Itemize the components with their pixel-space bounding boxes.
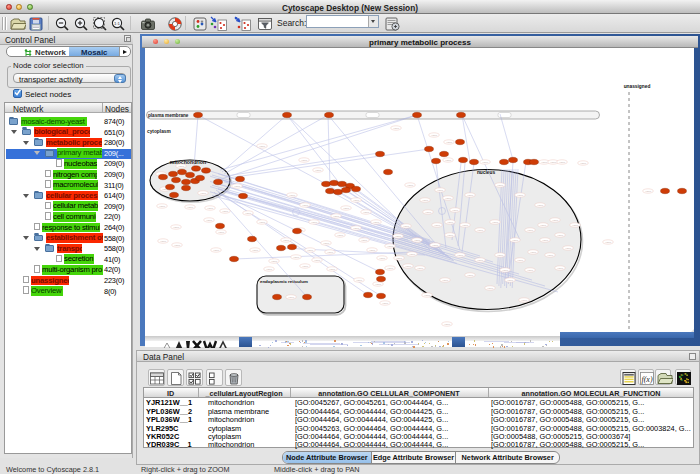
svg-text:Yal00: Yal00 [283, 239, 290, 242]
svg-text:Yal00: Yal00 [174, 244, 181, 247]
svg-text:Yal00: Yal00 [432, 244, 439, 247]
svg-text:Yal00: Yal00 [234, 185, 241, 188]
svg-text:Yal00: Yal00 [333, 215, 340, 218]
svg-text:Yal00: Yal00 [417, 267, 424, 270]
svg-text:nucleus: nucleus [477, 170, 495, 175]
svg-text:Yal00: Yal00 [527, 269, 534, 272]
svg-text:Yal00: Yal00 [457, 254, 464, 257]
svg-text:Yal00: Yal00 [187, 206, 194, 209]
svg-text:Yal00: Yal00 [289, 194, 296, 197]
svg-text:Yal00: Yal00 [288, 296, 295, 299]
svg-text:Yal00: Yal00 [527, 229, 534, 232]
svg-text:Yal00: Yal00 [382, 302, 389, 305]
svg-text:unassigned: unassigned [624, 84, 651, 89]
svg-text:1:1: 1:1 [113, 20, 120, 25]
svg-text:Yal00: Yal00 [565, 247, 572, 250]
svg-text:Yal00: Yal00 [445, 159, 452, 162]
svg-text:Yal00: Yal00 [447, 234, 454, 237]
svg-text:Yal00: Yal00 [542, 239, 549, 242]
svg-text:Yal00: Yal00 [530, 251, 537, 254]
svg-text:Yal00: Yal00 [477, 259, 484, 262]
svg-text:Yal00: Yal00 [482, 161, 489, 164]
svg-text:Yal00: Yal00 [497, 184, 504, 187]
svg-text:Yal00: Yal00 [541, 161, 548, 164]
svg-text:Yal00: Yal00 [547, 254, 554, 257]
svg-text:Yal00: Yal00 [369, 249, 376, 252]
svg-text:Yal00: Yal00 [422, 199, 429, 202]
svg-text:Yal00: Yal00 [645, 190, 652, 193]
svg-text:Yal00: Yal00 [395, 235, 402, 238]
svg-text:endoplasmic reticulum: endoplasmic reticulum [260, 279, 308, 284]
svg-text:mitochondrion: mitochondrion [170, 159, 206, 165]
svg-text:Yal00: Yal00 [477, 229, 484, 232]
svg-text:Yal00: Yal00 [218, 231, 225, 234]
svg-text:Yal00: Yal00 [315, 169, 322, 172]
svg-text:Yal00: Yal00 [302, 265, 309, 268]
svg-text:Yal00: Yal00 [271, 260, 278, 263]
svg-text:Yal00: Yal00 [343, 207, 350, 210]
svg-text:Yal00: Yal00 [329, 268, 336, 271]
svg-text:Yal00: Yal00 [512, 239, 519, 242]
svg-text:Yal00: Yal00 [425, 211, 432, 214]
svg-text:Yal00: Yal00 [424, 294, 431, 297]
svg-text:Yal00: Yal00 [414, 239, 421, 242]
svg-text:Yal00: Yal00 [356, 279, 363, 282]
svg-text:Yal00: Yal00 [379, 257, 386, 260]
svg-text:Yal00: Yal00 [323, 242, 330, 245]
svg-text:Yal00: Yal00 [557, 234, 564, 237]
svg-text:Yal00: Yal00 [403, 225, 410, 228]
svg-text:Yal00: Yal00 [213, 249, 220, 252]
svg-text:Yal00: Yal00 [409, 253, 416, 256]
svg-text:Yal00: Yal00 [396, 257, 403, 260]
svg-text:Yal00: Yal00 [160, 240, 167, 243]
svg-text:Yal00: Yal00 [387, 267, 394, 270]
svg-text:Yal00: Yal00 [467, 194, 474, 197]
svg-text:Yal00: Yal00 [492, 221, 499, 224]
svg-text:Yal00: Yal00 [245, 212, 252, 215]
svg-text:Yal00: Yal00 [437, 189, 444, 192]
svg-text:Yal00: Yal00 [447, 221, 454, 224]
svg-text:Yal00: Yal00 [462, 224, 469, 227]
svg-text:Yal00: Yal00 [502, 269, 509, 272]
svg-text:Yal00: Yal00 [373, 221, 380, 224]
svg-text:Yal00: Yal00 [487, 287, 494, 290]
svg-text:Yal00: Yal00 [407, 184, 414, 187]
svg-text:Yal00: Yal00 [311, 221, 318, 224]
svg-text:plasma membrane: plasma membrane [148, 113, 189, 118]
svg-text:Yal00: Yal00 [259, 145, 266, 148]
svg-text:cytoplasm: cytoplasm [147, 129, 171, 134]
svg-text:Yal00: Yal00 [363, 211, 370, 214]
svg-text:Yal00: Yal00 [252, 249, 259, 252]
svg-text:Yal00: Yal00 [517, 259, 524, 262]
svg-text:Yal00: Yal00 [442, 279, 449, 282]
svg-text:Yal00: Yal00 [307, 249, 314, 252]
svg-text:Yal00: Yal00 [521, 299, 528, 302]
svg-text:Yal00: Yal00 [302, 204, 309, 207]
svg-text:Yal00: Yal00 [301, 159, 308, 162]
svg-text:Yal00: Yal00 [605, 241, 612, 244]
svg-text:Yal00: Yal00 [452, 209, 459, 212]
svg-text:Yal00: Yal00 [222, 210, 229, 213]
svg-text:Yal00: Yal00 [445, 197, 452, 200]
svg-text:Yal00: Yal00 [293, 256, 300, 259]
svg-text:Yal00: Yal00 [337, 234, 344, 237]
svg-text:Yal00: Yal00 [173, 226, 180, 229]
svg-text:Yal00: Yal00 [159, 205, 166, 208]
svg-text:Yal00: Yal00 [467, 274, 474, 277]
svg-text:Yal00: Yal00 [537, 204, 544, 207]
svg-text:Yal00: Yal00 [314, 259, 321, 262]
svg-text:Yal00: Yal00 [444, 323, 451, 326]
svg-text:Yal00: Yal00 [361, 239, 368, 242]
svg-text:Yal00: Yal00 [259, 221, 266, 224]
svg-text:Yal00: Yal00 [557, 267, 564, 270]
svg-text:Yal00: Yal00 [353, 199, 360, 202]
svg-text:Yal00: Yal00 [200, 192, 207, 195]
svg-text:Yal00: Yal00 [393, 127, 400, 130]
svg-text:Yal00: Yal00 [572, 224, 579, 227]
svg-text:Yal00: Yal00 [178, 165, 185, 168]
svg-text:Yal00: Yal00 [446, 141, 453, 144]
svg-text:Yal00: Yal00 [540, 224, 547, 227]
svg-text:Yal00: Yal00 [550, 161, 557, 164]
svg-text:Yal00: Yal00 [431, 134, 438, 137]
svg-text:Yal00: Yal00 [497, 254, 504, 257]
